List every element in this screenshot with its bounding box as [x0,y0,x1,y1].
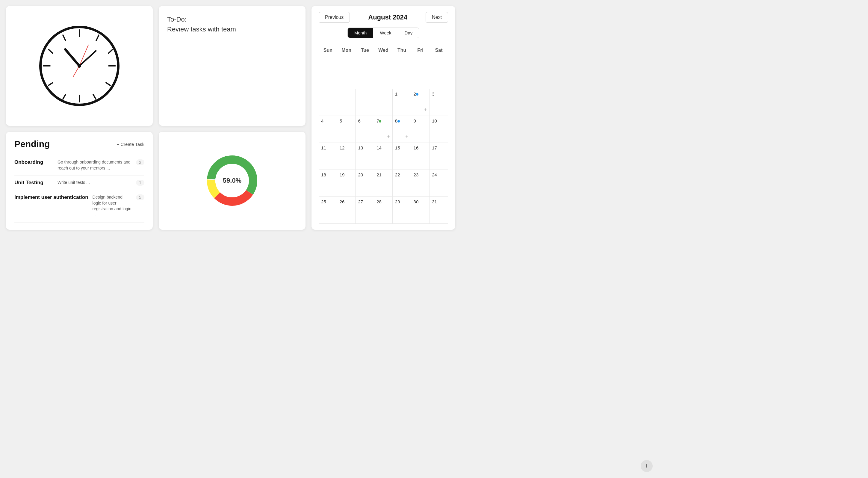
calendar-cell[interactable]: 1 [393,89,411,116]
day-header-sat: Sat [430,45,448,89]
svg-point-17 [78,64,81,68]
day-header-mon: Mon [337,45,356,89]
calendar-cell[interactable]: 3 [430,89,448,116]
calendar-cell[interactable]: 17 [430,143,448,170]
cal-date-number: 8 [395,118,398,123]
calendar-cell[interactable]: 10 [430,116,448,143]
calendar-cell[interactable] [355,89,374,116]
task-description: Design backend logic for user registrati… [93,194,132,218]
cal-date-number: 9 [414,118,416,123]
cal-date-number: 20 [358,172,363,177]
calendar-cell[interactable]: 29 [393,197,411,224]
calendar-cell[interactable]: 28 [374,197,393,224]
calendar-cell[interactable]: 14 [374,143,393,170]
cal-date-number: 12 [340,145,345,150]
calendar-view-toggle: Month Week Day [347,28,419,38]
task-name: Implement user authentication [14,194,88,200]
add-day-event-button[interactable]: + [387,134,390,140]
green-dot-indicator [379,120,381,123]
calendar-cell[interactable]: 16 [411,143,430,170]
calendar-cell[interactable] [374,89,393,116]
calendar-cell[interactable]: 5 [337,116,356,143]
cal-date-number: 3 [432,91,434,96]
calendar-cell[interactable]: 9 [411,116,430,143]
calendar-cell[interactable]: 6 [355,116,374,143]
cal-date-number: 2 [414,91,416,96]
donut-card: 59.0% [159,132,306,230]
previous-button[interactable]: Previous [319,12,350,23]
calendar-cell[interactable]: 13 [355,143,374,170]
add-day-event-button[interactable]: + [405,134,408,140]
calendar-cell[interactable]: 11 [319,143,337,170]
day-header-wed: Wed [374,45,393,89]
calendar-cell[interactable] [319,89,337,116]
calendar-cell[interactable]: 24 [430,170,448,197]
blue-dot-indicator [398,120,400,123]
calendar-cell[interactable]: 21 [374,170,393,197]
cal-date-number: 27 [358,199,363,204]
calendar-cell[interactable] [337,89,356,116]
task-count-badge: 1 [136,180,144,186]
day-header-fri: Fri [411,45,430,89]
pending-header: Pending + Create Task [14,139,144,149]
clock-face [34,21,124,111]
create-task-button[interactable]: + Create Task [117,142,144,147]
week-view-button[interactable]: Week [373,28,398,38]
task-row[interactable]: Implement user authenticationDesign back… [14,190,144,222]
cal-date-number: 6 [358,118,360,123]
cal-date-number: 24 [432,172,437,177]
calendar-cell[interactable]: 7+ [374,116,393,143]
cal-date-number: 22 [395,172,400,177]
task-row[interactable]: Unit TestingWrite unit tests ...1 [14,176,144,190]
calendar-cell[interactable]: 18 [319,170,337,197]
calendar-cell[interactable]: 26 [337,197,356,224]
calendar-cell[interactable]: 12 [337,143,356,170]
calendar-cell[interactable]: 27 [355,197,374,224]
calendar-cell[interactable]: 8+ [393,116,411,143]
month-view-button[interactable]: Month [348,28,373,38]
cal-date-number: 21 [376,172,381,177]
task-row[interactable]: OnboardingGo through onboarding document… [14,155,144,176]
todo-label: To-Do: [167,15,187,23]
cal-date-number: 4 [321,118,323,123]
cal-date-number: 26 [340,199,345,204]
cal-date-number: 10 [432,118,437,123]
calendar-cell[interactable]: 2+ [411,89,430,116]
next-button[interactable]: Next [426,12,448,23]
calendar-cell[interactable]: 30 [411,197,430,224]
calendar-cell[interactable]: 23 [411,170,430,197]
task-name: Unit Testing [14,180,53,186]
clock-card [6,6,153,126]
cal-date-number: 14 [376,145,381,150]
cal-date-number: 16 [414,145,419,150]
pending-card: Pending + Create Task OnboardingGo throu… [6,132,153,230]
calendar-grid: Sun Mon Tue Wed Thu Fri Sat [319,45,448,89]
cal-date-number: 13 [358,145,363,150]
task-count-badge: 5 [136,194,144,200]
task-description: Go through onboarding documents and reac… [58,159,132,171]
calendar-cell[interactable]: 4 [319,116,337,143]
task-name: Onboarding [14,159,53,165]
calendar-header: Previous August 2024 Next [319,12,448,23]
cal-date-number: 19 [340,172,345,177]
calendar-cell[interactable]: 19 [337,170,356,197]
donut-chart: 59.0% [202,151,262,211]
day-header-tue: Tue [355,45,374,89]
donut-percentage: 59.0% [223,177,241,185]
calendar-cell[interactable]: 22 [393,170,411,197]
calendar-cell[interactable]: 15 [393,143,411,170]
calendar-cell[interactable]: 20 [355,170,374,197]
add-day-event-button[interactable]: + [424,107,427,113]
cal-date-number: 18 [321,172,326,177]
day-view-button[interactable]: Day [398,28,419,38]
calendar-cell[interactable]: 31 [430,197,448,224]
calendar-cell[interactable]: 25 [319,197,337,224]
todo-card: To-Do: Review tasks with team [159,6,306,126]
todo-text: Review tasks with team [167,26,236,33]
cal-date-number: 5 [340,118,342,123]
cal-date-number: 25 [321,199,326,204]
cal-date-number: 11 [321,145,326,150]
calendar-title: August 2024 [368,13,407,21]
calendar-cells: 12+34567+8+91011121314151617181920212223… [319,89,448,224]
task-description: Write unit tests ... [58,180,132,186]
